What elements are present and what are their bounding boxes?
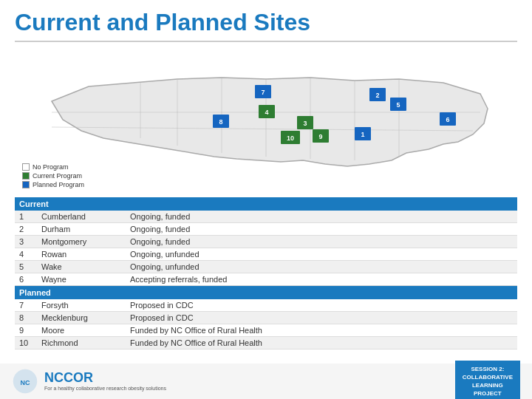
row-number: 10 [15, 337, 37, 349]
legend-no-program-box [22, 163, 30, 171]
row-county: Moore [37, 324, 126, 337]
row-county: Wayne [37, 273, 126, 286]
table-row: 2DurhamOngoing, funded [15, 223, 517, 236]
table-row: 7ForsythProposed in CDC [15, 299, 517, 312]
legend-current-box [22, 172, 30, 180]
table-row: 4RowanOngoing, unfunded [15, 248, 517, 261]
svg-text:7: 7 [261, 89, 265, 96]
table-row: 6WayneAccepting referrals, funded [15, 273, 517, 286]
bottom-bar: NC NCCOR For a healthy collaborative res… [0, 364, 532, 399]
nc-map: 1 2 3 4 5 6 7 8 9 10 [30, 53, 502, 186]
section-header-current: Current [15, 197, 517, 211]
row-number: 9 [15, 324, 37, 337]
table-row: 3MontgomeryOngoing, funded [15, 236, 517, 248]
session-box: SESSION 2:COLLABORATIVELEARNINGPROJECT [455, 361, 520, 399]
svg-text:1: 1 [361, 131, 364, 138]
svg-text:4: 4 [265, 109, 268, 116]
nccor-logo-icon: NC [12, 368, 38, 395]
row-county: Forsyth [37, 299, 126, 312]
row-county: Wake [37, 261, 126, 273]
legend-no-program-label: No Program [33, 163, 69, 171]
table-row: 1CumberlandOngoing, funded [15, 211, 517, 223]
row-number: 7 [15, 299, 37, 312]
table-row: 5WakeOngoing, unfunded [15, 261, 517, 273]
row-status: Accepting referrals, funded [126, 273, 517, 286]
svg-text:2: 2 [375, 92, 379, 99]
row-county: Durham [37, 223, 126, 236]
svg-text:NC: NC [21, 379, 30, 386]
sites-table-section: Current1CumberlandOngoing, funded2Durham… [15, 197, 517, 349]
row-county: Montgomery [37, 236, 126, 248]
row-number: 4 [15, 248, 37, 261]
row-number: 6 [15, 273, 37, 286]
row-number: 8 [15, 312, 37, 324]
table-row: 9MooreFunded by NC Office of Rural Healt… [15, 324, 517, 337]
nccor-name: NCCOR [44, 370, 166, 386]
nccor-subtitle: For a healthy collaborative research obe… [44, 386, 166, 392]
sites-table: Current1CumberlandOngoing, funded2Durham… [15, 197, 517, 349]
row-number: 1 [15, 211, 37, 223]
map-section: 1 2 3 4 5 6 7 8 9 10 No Program [0, 42, 532, 197]
row-number: 5 [15, 261, 37, 273]
page-title: Current and Planned Sites [0, 0, 532, 41]
row-status: Ongoing, funded [126, 223, 517, 236]
row-status: Ongoing, funded [126, 211, 517, 223]
nccor-logo: NC NCCOR For a healthy collaborative res… [12, 368, 166, 395]
row-status: Funded by NC Office of Rural Health [126, 337, 517, 349]
row-status: Ongoing, unfunded [126, 261, 517, 273]
row-status: Proposed in CDC [126, 312, 517, 324]
legend-current-label: Current Program [33, 172, 82, 180]
legend-planned-label: Planned Program [33, 181, 84, 188]
legend-planned-box [22, 181, 30, 188]
row-county: Richmond [37, 337, 126, 349]
section-header-planned: Planned [15, 286, 517, 300]
map-legend: No Program Current Program Planned Progr… [22, 163, 84, 190]
svg-text:6: 6 [446, 116, 449, 123]
row-county: Rowan [37, 248, 126, 261]
table-row: 8MecklenburgProposed in CDC [15, 312, 517, 324]
svg-text:5: 5 [396, 101, 400, 109]
svg-text:10: 10 [287, 134, 294, 142]
svg-text:3: 3 [303, 120, 307, 127]
table-row: 10RichmondFunded by NC Office of Rural H… [15, 337, 517, 349]
row-county: Cumberland [37, 211, 126, 223]
svg-text:8: 8 [219, 118, 222, 126]
svg-text:9: 9 [318, 133, 322, 140]
row-county: Mecklenburg [37, 312, 126, 324]
row-number: 2 [15, 223, 37, 236]
row-status: Proposed in CDC [126, 299, 517, 312]
row-number: 3 [15, 236, 37, 248]
row-status: Ongoing, unfunded [126, 248, 517, 261]
row-status: Funded by NC Office of Rural Health [126, 324, 517, 337]
row-status: Ongoing, funded [126, 236, 517, 248]
